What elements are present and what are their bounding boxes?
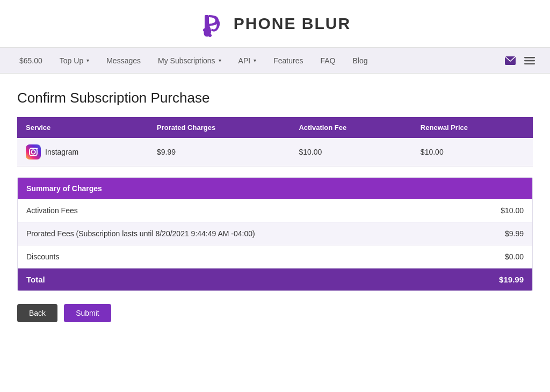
svg-rect-6 — [524, 60, 535, 61]
nav-api-label: API — [238, 56, 251, 65]
summary-amount-activation: $10.00 — [460, 199, 532, 222]
service-cell: Instagram — [17, 138, 148, 166]
summary-label-discounts: Discounts — [18, 245, 460, 268]
chevron-down-icon: ▾ — [86, 57, 89, 63]
logo-text: PHONE BLUR — [234, 14, 351, 33]
summary-table: Activation Fees $10.00 Prorated Fees (Su… — [18, 199, 532, 268]
nav-topup-label: Top Up — [60, 56, 83, 65]
svg-rect-5 — [524, 57, 535, 59]
main-content: Confirm Subscription Purchase Service Pr… — [6, 90, 544, 322]
nav-menu-button[interactable] — [520, 51, 539, 70]
col-renewal: Renewal Price — [412, 117, 533, 138]
total-amount: $19.99 — [499, 275, 524, 284]
nav-balance: $65.00 — [11, 48, 51, 73]
col-service: Service — [17, 117, 148, 138]
summary-amount-prorated: $9.99 — [460, 222, 532, 245]
summary-row-prorated: Prorated Fees (Subscription lasts until … — [18, 222, 532, 245]
service-name: Instagram — [45, 148, 78, 156]
nav-messages-label: Messages — [106, 56, 141, 65]
col-prorated: Prorated Charges — [148, 117, 290, 138]
prorated-charge: $9.99 — [148, 138, 290, 166]
nav-topup[interactable]: Top Up ▾ — [51, 48, 98, 73]
total-row: Total $19.99 — [18, 268, 532, 291]
submit-button[interactable]: Submit — [64, 304, 111, 322]
svg-point-11 — [37, 148, 38, 149]
nav-faq[interactable]: FAQ — [312, 48, 344, 73]
header: ℘ PHONE BLUR — [0, 0, 550, 48]
summary-label-prorated: Prorated Fees (Subscription lasts until … — [18, 222, 460, 245]
nav-email-button[interactable] — [501, 51, 520, 70]
button-row: Back Submit — [17, 304, 533, 322]
service-table: Service Prorated Charges Activation Fee … — [17, 117, 533, 166]
svg-rect-7 — [524, 63, 535, 64]
nav-faq-label: FAQ — [320, 56, 335, 65]
page-title: Confirm Subscription Purchase — [17, 90, 533, 106]
renewal-price: $10.00 — [412, 138, 533, 166]
instagram-icon — [26, 144, 41, 159]
activation-fee: $10.00 — [290, 138, 411, 166]
summary-label-activation: Activation Fees — [18, 199, 460, 222]
col-activation: Activation Fee — [290, 117, 411, 138]
svg-rect-8 — [26, 144, 41, 159]
total-label: Total — [26, 275, 45, 284]
nav-blog-label: Blog — [352, 56, 367, 65]
nav-features-label: Features — [273, 56, 303, 65]
summary-header: Summary of Charges — [18, 178, 532, 199]
chevron-down-icon: ▾ — [254, 57, 256, 63]
chevron-down-icon: ▾ — [219, 57, 221, 63]
nav-messages[interactable]: Messages — [98, 48, 149, 73]
nav-blog[interactable]: Blog — [344, 48, 376, 73]
hamburger-icon — [524, 56, 535, 65]
summary-row-discounts: Discounts $0.00 — [18, 245, 532, 268]
back-button[interactable]: Back — [17, 304, 57, 322]
table-header-row: Service Prorated Charges Activation Fee … — [17, 117, 533, 138]
email-icon — [505, 56, 516, 65]
nav-api[interactable]: API ▾ — [230, 48, 265, 73]
nav-features[interactable]: Features — [265, 48, 312, 73]
nav-subscriptions[interactable]: My Subscriptions ▾ — [149, 48, 230, 73]
summary-block: Summary of Charges Activation Fees $10.0… — [17, 177, 533, 291]
nav-subscriptions-label: My Subscriptions — [158, 56, 215, 65]
table-row: Instagram $9.99 $10.00 $10.00 — [17, 138, 533, 166]
summary-amount-discounts: $0.00 — [460, 245, 532, 268]
logo-container: ℘ PHONE BLUR — [199, 10, 351, 38]
main-nav: $65.00 Top Up ▾ Messages My Subscription… — [0, 48, 550, 74]
phone-blur-logo-icon: ℘ — [199, 10, 227, 38]
summary-row-activation: Activation Fees $10.00 — [18, 199, 532, 222]
